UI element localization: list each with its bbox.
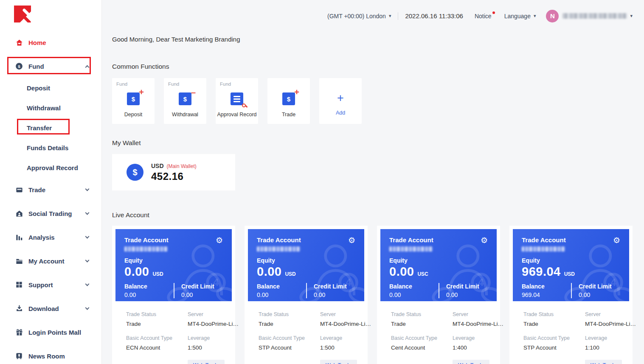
sidebar-subitem-funds-details[interactable]: Funds Details [0, 138, 101, 158]
leverage-label: Leverage [585, 335, 622, 341]
credit-limit-label: Credit Limit [446, 283, 479, 290]
sidebar-subitem-label: Deposit [27, 84, 50, 92]
account-number-redacted [522, 246, 565, 252]
sidebar-item-fund[interactable]: $ Fund [0, 54, 101, 78]
trade-account-title: Trade Account [389, 236, 433, 244]
server-label: Server [320, 311, 371, 317]
sidebar-item-home[interactable]: Home [0, 31, 101, 54]
sidebar-item-my-account[interactable]: My Account [0, 249, 101, 273]
chevron-up-icon [85, 65, 90, 69]
language-label: Language [504, 13, 531, 20]
more-options-button[interactable]: ••• [391, 362, 401, 364]
balance-value: 0.00 [389, 291, 439, 298]
shortcut-card-add[interactable]: + Add [319, 78, 362, 124]
brand-logo[interactable] [14, 6, 31, 22]
shortcut-card-deposit[interactable]: Fund $+ Deposit [112, 78, 155, 124]
credit-limit-value: 0.00 [314, 291, 347, 298]
server-value: MT4-DooPrime-Li… [188, 321, 239, 327]
chevron-down-icon [85, 187, 90, 191]
sidebar-item-social-trading[interactable]: Social Trading [0, 202, 101, 225]
balance-label: Balance [257, 283, 306, 290]
greeting-text: Good Morning, Dear Test Marketing Brandi… [112, 36, 633, 43]
account-summary-panel: Trade Account ⚙ Equity 0.00USC Balance0.… [380, 229, 497, 301]
sidebar-subitem-deposit[interactable]: Deposit [0, 78, 101, 98]
timezone-selector[interactable]: (GMT +00:00) London ▾ [327, 13, 391, 20]
sidebar-item-support[interactable]: Support [0, 273, 101, 297]
language-selector[interactable]: Language ▾ [504, 13, 536, 20]
shortcut-card-approval-record[interactable]: Fund Approval Record [216, 78, 258, 124]
account-type-label: Basic Account Type [126, 335, 188, 341]
sidebar-subitem-label: Withdrawal [27, 104, 61, 112]
folder-icon [15, 258, 23, 265]
server-value: MT4-DooPrime-Li… [585, 321, 636, 327]
gear-icon[interactable]: ⚙ [348, 236, 355, 244]
more-options-button[interactable]: ••• [126, 362, 136, 364]
equity-label: Equity [389, 257, 488, 264]
trade-account-title: Trade Account [257, 236, 301, 244]
timezone-label: (GMT +00:00) London [327, 13, 386, 20]
main-content: (GMT +00:00) London ▾ 2022.06.16 11:33:0… [102, 0, 644, 364]
account-summary-panel: Trade Account ⚙ Equity 0.00USD Balance0.… [115, 229, 232, 301]
leverage-value: 1:100 [585, 344, 622, 351]
equity-value: 969.04 [522, 265, 561, 279]
web-trade-button[interactable]: Web Trade [585, 360, 622, 364]
news-room-icon [15, 353, 23, 359]
gear-icon[interactable]: ⚙ [216, 236, 223, 244]
sidebar-item-news-room[interactable]: News Room [0, 344, 101, 364]
leverage-label: Leverage [320, 335, 357, 341]
wallet-card[interactable]: $ USD (Main Wallet) 452.16 [112, 154, 235, 190]
sidebar-subitem-transfer[interactable]: Transfer [0, 118, 101, 138]
more-options-button[interactable]: ••• [259, 362, 268, 364]
live-account-card: Trade Account ⚙ Equity 969.04USD Balance… [509, 226, 633, 364]
shortcut-label: Withdrawal [172, 112, 198, 118]
trade-status-value: Trade [126, 321, 188, 327]
credit-limit-value: 0.00 [446, 291, 479, 298]
trade-status-label: Trade Status [126, 311, 188, 317]
sidebar-item-trade[interactable]: Trade [0, 178, 101, 202]
live-account-title: Live Account [112, 211, 633, 219]
user-menu[interactable]: N ▾ [546, 10, 633, 22]
shortcut-card-withdrawal[interactable]: Fund $– Withdrawal [164, 78, 206, 124]
equity-label: Equity [124, 257, 223, 264]
sidebar-subitem-label: Transfer [27, 124, 52, 132]
leverage-label: Leverage [453, 335, 489, 341]
sidebar-item-label: News Room [28, 353, 89, 360]
equity-currency: USD [152, 271, 163, 277]
common-functions-row: Fund $+ Deposit Fund $– Withdrawal Fund … [112, 78, 633, 124]
shortcut-card-trade[interactable]: $+ Trade [267, 78, 310, 124]
caret-down-icon: ▾ [630, 13, 633, 19]
more-options-button[interactable]: ••• [523, 362, 533, 364]
grid-icon [15, 281, 23, 288]
caret-down-icon: ▾ [389, 13, 391, 19]
equity-value: 0.00 [389, 265, 414, 279]
datetime-label: 2022.06.16 11:33:06 [405, 12, 463, 20]
server-label: Server [453, 311, 503, 317]
sidebar-subitem-withdrawal[interactable]: Withdrawal [0, 98, 101, 118]
gear-icon[interactable]: ⚙ [481, 236, 488, 244]
equity-currency: USC [417, 271, 428, 277]
balance-label: Balance [522, 283, 571, 290]
sidebar-item-analysis[interactable]: Analysis [0, 225, 101, 249]
notice-button[interactable]: Notice [475, 13, 492, 20]
fund-icon: $ [15, 62, 23, 70]
web-trade-button[interactable]: Web Trade [188, 360, 225, 364]
equity-value: 0.00 [257, 265, 281, 279]
equity-value: 0.00 [124, 265, 149, 279]
trade-status-label: Trade Status [259, 311, 320, 317]
sidebar-item-download[interactable]: Download [0, 297, 101, 320]
bar-chart-icon [15, 234, 23, 241]
common-functions-title: Common Functions [112, 63, 633, 70]
account-details: Trade StatusTrade ServerMT4-DooPrime-Li…… [380, 301, 497, 364]
sidebar-item-login-points-mall[interactable]: Login Points Mall [0, 320, 101, 344]
gear-icon[interactable]: ⚙ [613, 236, 620, 244]
sidebar-subitem-label: Approval Record [27, 164, 78, 171]
chevron-down-icon [85, 282, 90, 286]
username-redacted [562, 13, 627, 19]
download-icon [15, 305, 23, 312]
account-type-value: Cent Account [391, 344, 453, 351]
web-trade-button[interactable]: Web Trade [320, 360, 357, 364]
sidebar-subitem-approval-record[interactable]: Approval Record [0, 158, 101, 178]
account-number-redacted [389, 246, 433, 252]
live-account-card: Trade Account ⚙ Equity 0.00USD Balance0.… [112, 226, 235, 364]
web-trade-button[interactable]: Web Trade [453, 360, 489, 364]
